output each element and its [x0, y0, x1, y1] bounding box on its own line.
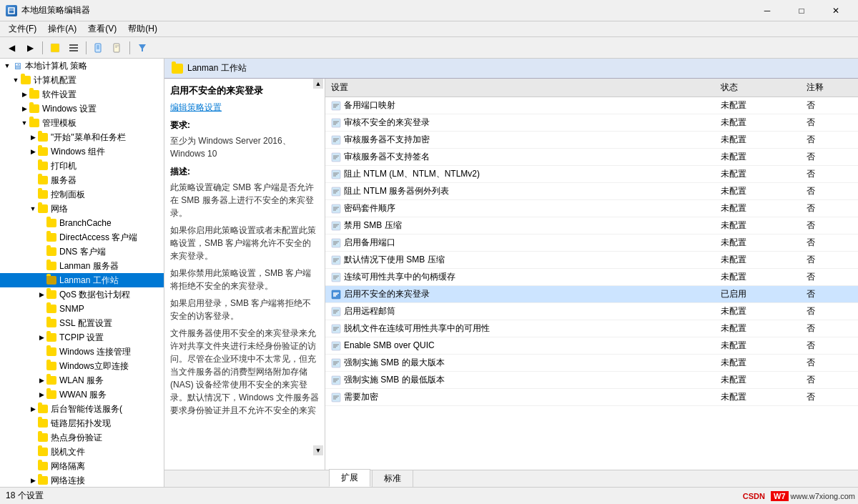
table-row[interactable]: 审核不安全的来宾登录未配置否	[325, 114, 858, 132]
tree-toggle[interactable]: ▶	[20, 104, 29, 113]
policy-row-icon	[331, 152, 344, 162]
toolbar-back[interactable]: ◀	[3, 40, 20, 56]
tree-item-bg-transfer[interactable]: ▶ 后台智能传送服务(	[0, 402, 164, 416]
maximize-button[interactable]: □	[785, 0, 818, 21]
scroll-up-arrow[interactable]: ▲	[313, 79, 323, 89]
table-row[interactable]: 禁用 SMB 压缩未配置否	[325, 217, 858, 234]
col-header-name[interactable]: 设置	[325, 79, 715, 97]
tree-item-dns[interactable]: DNS 客户端	[0, 244, 164, 259]
table-row[interactable]: 脱机文件在连续可用性共享中的可用性未配置否	[325, 320, 858, 337]
toolbar-up[interactable]	[46, 40, 64, 56]
tree-toggle[interactable]: ▶	[37, 333, 46, 342]
table-row[interactable]: 连续可用性共享中的句柄缓存未配置否	[325, 269, 858, 286]
table-row[interactable]: 启用不安全的来宾登录已启用否	[325, 286, 858, 303]
tree-toggle[interactable]: ▶	[29, 147, 37, 156]
tree-item-branchcache[interactable]: BranchCache	[0, 216, 164, 230]
tree-item-topology[interactable]: 链路层拓扑发现	[0, 416, 164, 430]
table-row[interactable]: 需要加密未配置否	[325, 389, 858, 406]
tree-item-offline[interactable]: 脱机文件	[0, 445, 164, 459]
tree-item-windows-settings[interactable]: ▶ Windows 设置	[0, 102, 164, 116]
col-header-status[interactable]: 状态	[715, 79, 801, 97]
tab-expand[interactable]: 扩展	[329, 469, 370, 487]
policy-edit-link[interactable]: 编辑策略设置	[170, 102, 222, 112]
menu-file[interactable]: 文件(F)	[3, 21, 42, 36]
tree-item-computer-config[interactable]: ▼ 计算机配置	[0, 73, 164, 87]
table-row[interactable]: 审核服务器不支持加密未配置否	[325, 132, 858, 149]
table-row[interactable]: Enable SMB over QUIC未配置否	[325, 337, 858, 355]
menu-view[interactable]: 查看(V)	[82, 21, 122, 36]
tree-item-network-connect[interactable]: Windows 连接管理	[0, 345, 164, 359]
tree-item-qos[interactable]: ▶ QoS 数据包计划程	[0, 287, 164, 302]
svg-rect-3	[69, 44, 78, 46]
toolbar-sep-2	[86, 41, 87, 54]
tree-item-controlpanel[interactable]: 控制面板	[0, 187, 164, 202]
tree-toggle[interactable]: ▼	[20, 119, 29, 127]
tree-toggle[interactable]: ▼	[29, 204, 37, 213]
tree-item-ssl[interactable]: SSL 配置设置	[0, 316, 164, 330]
tree-toggle[interactable]: ▶	[37, 376, 46, 385]
toolbar-filter[interactable]	[134, 40, 151, 56]
settings-panel[interactable]: 设置 状态 注释 备用端口映射未配置否审核不安全的来宾登录未配置否审核服务器不支…	[325, 79, 858, 470]
tree-item-software[interactable]: ▶ 软件设置	[0, 87, 164, 102]
breadcrumb-folder-icon	[172, 64, 183, 74]
scroll-down-arrow[interactable]: ▼	[313, 445, 323, 455]
table-row[interactable]: 阻止 NTLM 服务器例外列表未配置否	[325, 183, 858, 200]
tree-item-hotspot[interactable]: 热点身份验证	[0, 430, 164, 445]
tab-standard[interactable]: 标准	[372, 470, 413, 487]
toolbar-properties[interactable]	[90, 40, 107, 56]
table-row[interactable]: 阻止 NTLM (LM、NTLM、NTLMv2)未配置否	[325, 166, 858, 183]
tree-item-wlan[interactable]: ▶ WLAN 服务	[0, 373, 164, 387]
svg-rect-10	[114, 44, 119, 52]
tree-item-network[interactable]: ▼ 网络	[0, 202, 164, 216]
tree-item-admin[interactable]: ▼ 管理模板	[0, 116, 164, 130]
table-row[interactable]: 启用远程邮筒未配置否	[325, 303, 858, 320]
tree-toggle[interactable]: ▶	[29, 133, 37, 142]
folder-icon-printer	[37, 160, 49, 172]
tree-item-tcpip[interactable]: ▶ TCPIP 设置	[0, 330, 164, 345]
tree-item-printer[interactable]: 打印机	[0, 159, 164, 173]
tree-item-lanman-server[interactable]: Lanman 服务器	[0, 259, 164, 273]
table-row[interactable]: 默认情况下使用 SMB 压缩未配置否	[325, 252, 858, 269]
tree-toggle[interactable]: ▶	[20, 90, 29, 99]
policy-row-icon	[331, 203, 344, 213]
table-row[interactable]: 密码套件顺序未配置否	[325, 200, 858, 217]
tree-label: DNS 客户端	[59, 246, 106, 258]
tree-item-isolation[interactable]: 网络隔离	[0, 459, 164, 473]
toolbar-show-hide[interactable]	[65, 40, 82, 56]
tree-item-directaccess[interactable]: DirectAccess 客户端	[0, 230, 164, 244]
tree-toggle[interactable]: ▼	[11, 76, 20, 84]
toolbar-info[interactable]	[109, 40, 126, 56]
tree-item-startmenu[interactable]: ▶ "开始"菜单和任务栏	[0, 130, 164, 144]
toolbar-forward[interactable]: ▶	[21, 40, 39, 56]
table-row[interactable]: 强制实施 SMB 的最大版本未配置否	[325, 355, 858, 372]
tree-toggle[interactable]: ▼	[3, 61, 11, 70]
policy-title: 启用不安全的来宾登录	[170, 84, 319, 97]
tree-item-local-policy[interactable]: ▼ 🖥 本地计算机 策略	[0, 59, 164, 73]
svg-rect-5	[69, 50, 78, 51]
menu-action[interactable]: 操作(A)	[42, 21, 82, 36]
table-row[interactable]: 备用端口映射未配置否	[325, 97, 858, 114]
tree-item-wincomp[interactable]: ▶ Windows 组件	[0, 144, 164, 159]
tree-item-wwan[interactable]: ▶ WWAN 服务	[0, 387, 164, 402]
tree-item-server[interactable]: 服务器	[0, 173, 164, 187]
menu-help[interactable]: 帮助(H)	[122, 21, 163, 36]
table-row[interactable]: 强制实施 SMB 的最低版本未配置否	[325, 372, 858, 389]
minimize-button[interactable]: ─	[751, 0, 784, 21]
tree-toggle[interactable]: ▶	[37, 290, 46, 299]
setting-comment-cell: 否	[801, 217, 858, 234]
close-button[interactable]: ✕	[819, 0, 852, 21]
folder-icon-wincomp	[37, 146, 49, 157]
col-header-comment[interactable]: 注释	[801, 79, 858, 97]
folder-icon-bg	[37, 403, 49, 415]
table-row[interactable]: 启用备用端口未配置否	[325, 234, 858, 252]
tree-item-net-conn[interactable]: ▶ 网络连接	[0, 473, 164, 487]
table-row[interactable]: 审核服务器不支持签名未配置否	[325, 149, 858, 166]
tree-item-snmp[interactable]: SNMP	[0, 302, 164, 316]
tree-toggle[interactable]: ▶	[29, 476, 37, 485]
tree-panel[interactable]: ▼ 🖥 本地计算机 策略 ▼ 计算机配置 ▶ 软件设置 ▶ Windows 设置…	[0, 59, 164, 487]
tree-toggle[interactable]: ▶	[29, 405, 37, 413]
tree-item-lanman-workstation[interactable]: Lanman 工作站	[0, 273, 164, 287]
tree-item-windows-instant[interactable]: Windows立即连接	[0, 359, 164, 373]
tree-toggle[interactable]: ▶	[37, 390, 46, 399]
setting-name-cell: 阻止 NTLM 服务器例外列表	[325, 183, 715, 200]
